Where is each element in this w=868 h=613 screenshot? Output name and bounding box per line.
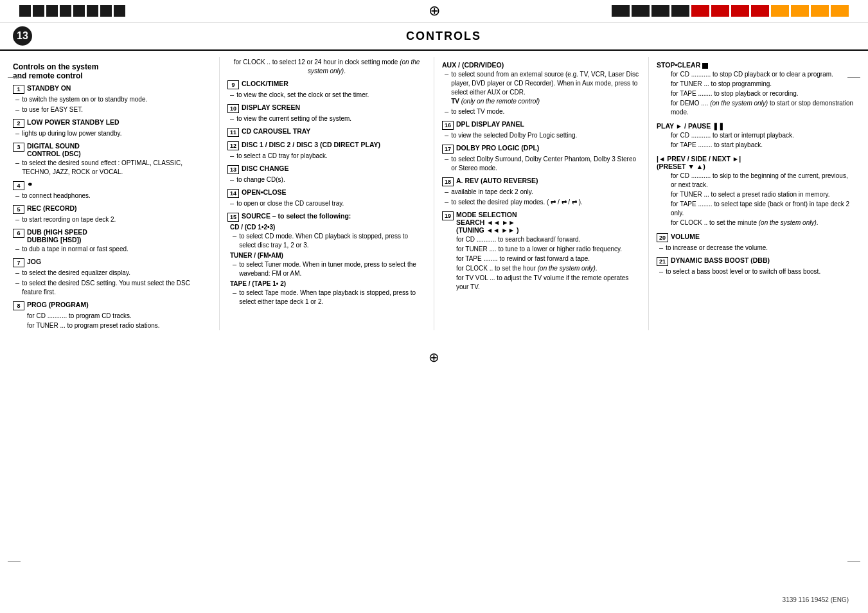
item-cd-carousel: 11 CD CAROUSEL TRAY — [227, 127, 426, 137]
dash: – — [15, 269, 19, 278]
item-auto-reverse: 18 A. REV (AUTO REVERSE) — [442, 177, 641, 186]
item-dpl-display: 16 DPL DISPLAY PANEL — [442, 120, 641, 130]
stop-demo: for DEMO .... (on the system only) to st… — [671, 99, 855, 117]
page-title: CONTROLS — [39, 30, 849, 43]
bullet-dolby-1: – to select Dolby Surround, Dolby Center… — [445, 155, 641, 173]
item-label-mode-selection: MODE SELECTIONSEARCH ◄◄ ►► (TUNING ◄◄ ►►… — [456, 211, 519, 234]
bullet-rec-1: – to start recording on tape deck 2. — [15, 215, 211, 224]
play-tape: for TAPE ........ to start playback. — [671, 141, 855, 150]
prev-tape: for TAPE ........ to select tape side (b… — [671, 200, 855, 218]
bullet-dub-1: – to dub a tape in normal or fast speed. — [15, 245, 211, 254]
item-open-close: 14 OPEN•CLOSE — [227, 188, 426, 198]
item-label-play-pause: PLAY ► / PAUSE ❚❚ — [657, 122, 724, 130]
item-number-10: 10 — [227, 104, 239, 113]
stop-cd: for CD ........... to stop CD playback o… — [671, 70, 855, 79]
item-label-volume: VOLUME — [671, 233, 700, 240]
bullet-auto-reverse-2: – to select the desired play modes. ( ⇄ … — [445, 198, 641, 207]
dash: – — [230, 114, 234, 123]
bullet-text-dpl-1: to view the selected Dolby Pro Logic set… — [451, 131, 577, 140]
bullet-text-dub-1: to dub a tape in normal or fast speed. — [22, 245, 128, 254]
item-number-16: 16 — [442, 121, 454, 130]
item-number-21: 21 — [657, 257, 668, 266]
item-label-clock-timer: CLOCK/TIMER — [242, 80, 288, 87]
item-mode-selection: 19 MODE SELECTIONSEARCH ◄◄ ►► (TUNING ◄◄… — [442, 211, 641, 234]
clock-intro: for CLOCK .. to select 12 or 24 hour in … — [227, 58, 426, 76]
item-number-5: 5 — [13, 205, 24, 214]
stop-tuner: for TUNER ... to stop programming. — [671, 80, 855, 89]
main-title-row: 13 CONTROLS — [0, 22, 868, 51]
bullet-text-aux-2: to select TV mode. — [451, 107, 504, 116]
item-headphones: 4 ⚭ — [13, 181, 211, 190]
item-number-2: 2 — [13, 119, 24, 128]
dash: – — [230, 175, 234, 184]
item-label-disc-1-2-3: DISC 1 / DISC 2 / DISC 3 (CD DIRECT PLAY… — [242, 141, 380, 148]
bullet-text-dolby-1: to select Dolby Surround, Dolby Center P… — [451, 155, 641, 173]
item-label-low-power: LOW POWER STANDBY LED — [27, 118, 120, 126]
dash: – — [233, 232, 236, 250]
bullet-text-open-close-1: to open or close the CD carousel tray. — [236, 199, 344, 208]
dash: – — [15, 129, 19, 138]
mode-tuner: for TUNER .... to tune to a lower or hig… — [456, 245, 641, 254]
source-cd-heading: CD / (CD 1•2•3) — [230, 224, 426, 231]
item-number-15: 15 — [227, 213, 239, 222]
item-label-stop-clear: STOP•CLEAR — [657, 61, 708, 69]
bullet-open-close-1: – to open or close the CD carousel tray. — [230, 199, 426, 208]
item-disc-change: 13 DISC CHANGE — [227, 164, 426, 174]
bullet-text-standby-1: to switch the system on or to standby mo… — [22, 95, 147, 104]
page: ⊕ 13 CONTROLS Controls on the systemand … — [0, 0, 868, 613]
dash: – — [15, 191, 19, 200]
dash: – — [15, 279, 19, 297]
item-label-disc-change: DISC CHANGE — [242, 164, 289, 172]
prev-cd: for CD ........... to skip to the beginn… — [671, 172, 855, 190]
item-aux: AUX / (CDR/VIDEO) — [442, 61, 641, 69]
item-label-dolby-pro-logic: DOLBY PRO LOGIC (DPL) — [456, 144, 539, 152]
item-label-open-close: OPEN•CLOSE — [242, 188, 287, 196]
item-play-pause: PLAY ► / PAUSE ❚❚ — [657, 122, 855, 130]
item-number-4: 4 — [13, 181, 24, 190]
item-label-dpl-display: DPL DISPLAY PANEL — [456, 120, 524, 128]
source-tuner-heading: TUNER / (FM•AM) — [230, 252, 426, 259]
item-number-19: 19 — [442, 211, 454, 220]
dash: – — [15, 245, 19, 254]
dash: – — [659, 244, 663, 253]
bullet-text-display-1: to view the current setting of the syste… — [236, 114, 351, 123]
item-clock-timer: 9 CLOCK/TIMER — [227, 80, 426, 89]
item-label-prev-next: |◄ PREV / SIDE / NEXT ►|(PRESET ▼ ▲) — [657, 155, 741, 170]
item-prev-next: |◄ PREV / SIDE / NEXT ►|(PRESET ▼ ▲) — [657, 155, 855, 170]
dash: – — [445, 107, 448, 116]
col1-section-title: Controls on the systemand remote control — [13, 62, 211, 80]
bullet-text-jog-2: to select the desired DSC setting. You m… — [22, 279, 211, 297]
item-number-3: 3 — [13, 143, 24, 152]
item-label-standby-on: STANDBY ON — [27, 84, 71, 92]
item-standby-on: 1 STANDBY ON — [13, 84, 211, 94]
bullet-low-power-1: – lights up during low power standby. — [15, 129, 211, 138]
dash: – — [445, 188, 448, 197]
dash: – — [659, 267, 663, 276]
bullet-source-tuner-1: – to select Tuner mode. When in tuner mo… — [233, 260, 426, 278]
bullet-text-standby-2: to use for EASY SET. — [22, 105, 83, 114]
prev-tuner: for TUNER ... to select a preset radio s… — [671, 190, 855, 199]
play-cd: for CD ........... to start or interrupt… — [671, 131, 855, 140]
item-label-headphones: ⚭ — [27, 181, 33, 188]
bullet-source-cd-1: – to select CD mode. When CD playback is… — [233, 232, 426, 250]
footer: 3139 116 19452 (ENG) — [783, 596, 849, 603]
color-squares-right — [612, 5, 849, 17]
item-dbb: 21 DYNAMIC BASS BOOST (DBB) — [657, 256, 855, 266]
column-3: AUX / (CDR/VIDEO) – to select sound from… — [434, 57, 649, 330]
dash: – — [233, 260, 236, 278]
stop-tape: for TAPE ........ to stop playback or re… — [671, 89, 855, 98]
bullet-text-auto-reverse-2: to select the desired play modes. ( ⇄ / … — [451, 198, 583, 207]
column-4: STOP•CLEAR for CD ........... to stop CD… — [649, 57, 855, 330]
item-rec: 5 REC (RECORD) — [13, 204, 211, 214]
compass-bottom: ⊕ — [0, 350, 868, 365]
bullet-text-disc-1: to select a CD tray for playback. — [236, 152, 328, 161]
page-number-badge: 13 — [13, 26, 32, 46]
bullet-dsc-1: – to select the desired sound effect : O… — [15, 159, 211, 177]
black-squares-left — [19, 5, 125, 17]
bullet-text-headphones-1: to connect headphones. — [22, 191, 91, 200]
item-number-1: 1 — [13, 85, 24, 94]
column-2: for CLOCK .. to select 12 or 24 hour in … — [220, 57, 434, 330]
item-label-aux: AUX / (CDR/VIDEO) — [442, 61, 504, 69]
bullet-source-tape-1: – to select Tape mode. When tape playbac… — [233, 289, 426, 306]
prev-clock: for CLOCK .. to set the minute (on the s… — [671, 218, 855, 227]
